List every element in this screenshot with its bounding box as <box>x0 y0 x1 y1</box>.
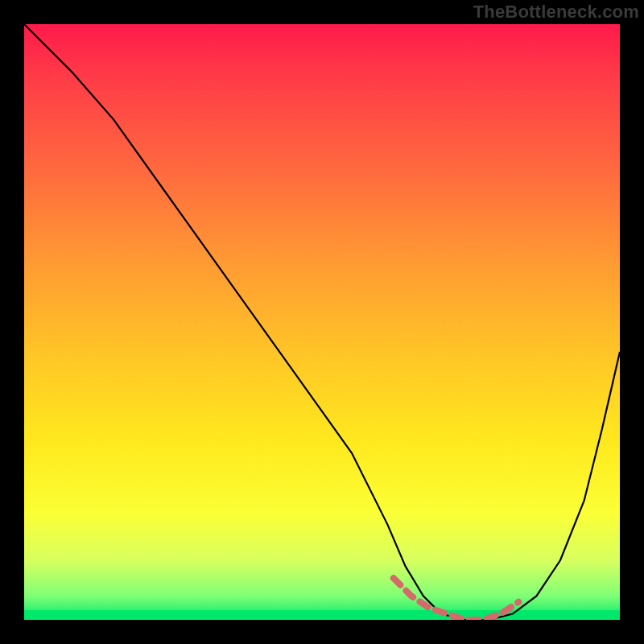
watermark-text: TheBottleneck.com <box>473 2 639 23</box>
optimal-range-dashes <box>394 578 518 620</box>
curve-svg <box>24 24 620 620</box>
chart-frame: TheBottleneck.com <box>0 0 644 644</box>
bottleneck-curve <box>24 24 620 620</box>
plot-area <box>24 24 620 620</box>
